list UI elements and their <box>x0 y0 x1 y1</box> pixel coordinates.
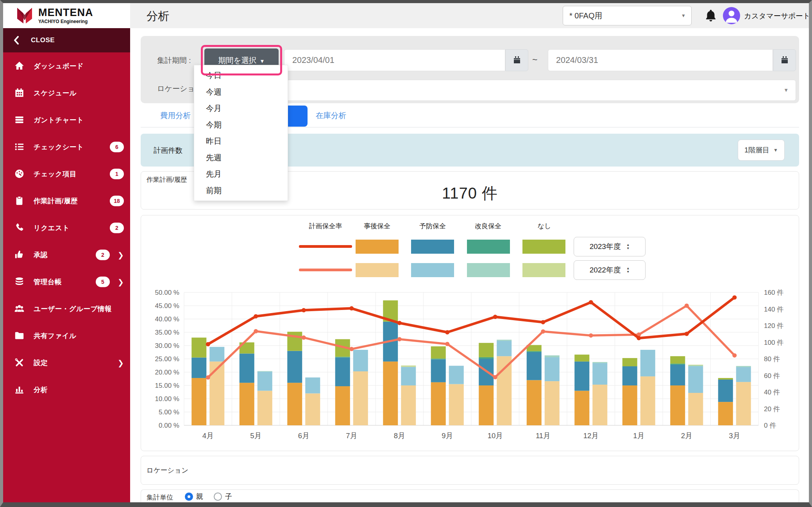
svg-text:0.00 %: 0.00 % <box>159 422 179 429</box>
sidebar-item-label: 管理台帳 <box>34 277 62 287</box>
sidebar-item-4[interactable]: チェック項目1 <box>3 160 130 187</box>
svg-text:4月: 4月 <box>202 432 214 440</box>
topbar: MENTENA YACHIYO Engineering 分析 * 0FAQ用 ▼… <box>3 3 809 28</box>
period-option-4[interactable]: 昨日 <box>194 133 288 149</box>
combo-chart: 0.00 %5.00 %10.00 %15.00 %20.00 %25.00 %… <box>141 282 799 453</box>
sidebar-item-label: ガントチャート <box>34 115 84 125</box>
sidebar-item-0[interactable]: ダッシュボード <box>3 52 130 79</box>
sidebar-item-3[interactable]: チェックシート6 <box>3 133 130 160</box>
period-option-2[interactable]: 今月 <box>194 100 288 116</box>
layer-select-button[interactable]: 1階層目▼ <box>738 140 785 161</box>
svg-text:3月: 3月 <box>729 432 740 440</box>
legend-box-swatch <box>411 240 454 254</box>
app-root: MENTENA YACHIYO Engineering 分析 * 0FAQ用 ▼… <box>3 3 809 502</box>
unit-section: 集計単位 親 子 <box>141 489 799 502</box>
sidebar-item-9[interactable]: ユーザー・グループ情報 <box>3 295 130 322</box>
legend-box-swatch <box>522 263 565 277</box>
svg-text:20.00 %: 20.00 % <box>155 369 179 376</box>
legend-header: 改良保全 <box>475 222 501 231</box>
svg-text:9月: 9月 <box>442 432 453 440</box>
sidebar-item-11[interactable]: 設定❯ <box>3 349 130 376</box>
legend-box-swatch <box>411 263 454 277</box>
period-option-0[interactable]: 今日 <box>194 67 288 84</box>
brand-subtitle: YACHIYO Engineering <box>38 19 93 24</box>
svg-text:7月: 7月 <box>346 432 357 440</box>
period-option-3[interactable]: 今期 <box>194 116 288 133</box>
location-select[interactable]: ▼ <box>204 80 796 101</box>
phone-icon <box>13 222 25 234</box>
period-option-1[interactable]: 今週 <box>194 84 288 100</box>
sidebar-item-7[interactable]: 承認2❯ <box>3 241 130 268</box>
period-option-6[interactable]: 先月 <box>194 166 288 182</box>
tab-stock-analysis[interactable]: 在庫分析 <box>316 110 346 121</box>
svg-text:12月: 12月 <box>583 432 599 440</box>
count-badge: 2 <box>110 222 124 233</box>
count-badge: 1 <box>110 168 124 179</box>
legend-line-swatch <box>299 269 352 271</box>
sidebar-item-label: チェックシート <box>34 142 84 152</box>
user-avatar[interactable] <box>723 7 740 24</box>
chevron-down-icon: ▼ <box>783 87 789 93</box>
sidebar-item-1[interactable]: スケジュール <box>3 79 130 106</box>
gauge-icon <box>13 168 25 180</box>
logo[interactable]: MENTENA YACHIYO Engineering <box>3 3 130 28</box>
svg-text:0 件: 0 件 <box>764 422 776 429</box>
sidebar-item-8[interactable]: 管理台帳5❯ <box>3 268 130 295</box>
sidebar-item-10[interactable]: 共有ファイル <box>3 322 130 349</box>
year-select-1[interactable]: 2022年度▲▼ <box>574 260 646 280</box>
svg-text:80 件: 80 件 <box>764 355 780 363</box>
brand-name: MENTENA <box>38 7 93 18</box>
legend-header: なし <box>538 222 551 231</box>
svg-text:10.00 %: 10.00 % <box>155 395 179 403</box>
sidebar-item-label: 共有ファイル <box>34 331 77 340</box>
period-option-7[interactable]: 前期 <box>194 182 288 199</box>
svg-text:1月: 1月 <box>633 432 644 440</box>
period-option-5[interactable]: 先週 <box>194 149 288 166</box>
clipboard-icon <box>13 195 25 207</box>
page-title: 分析 <box>147 9 169 24</box>
calendar-icon <box>13 87 25 99</box>
svg-text:40 件: 40 件 <box>764 389 780 396</box>
sidebar-item-2[interactable]: ガントチャート <box>3 106 130 133</box>
chart-icon <box>13 384 25 396</box>
year-select-value: 2023年度 <box>590 242 621 252</box>
radio-child[interactable]: 子 <box>214 492 232 501</box>
svg-text:6月: 6月 <box>298 432 309 440</box>
svg-text:50.00 %: 50.00 % <box>155 289 179 296</box>
date-to-input[interactable]: 2024/03/31 <box>548 49 773 71</box>
radio-parent[interactable]: 親 <box>185 492 203 501</box>
sidebar-item-label: 分析 <box>34 385 48 394</box>
legend-box-swatch <box>356 240 399 254</box>
date-from-input[interactable]: 2023/04/01 <box>284 49 505 71</box>
svg-text:20 件: 20 件 <box>764 405 780 413</box>
sidebar-item-label: ダッシュボード <box>34 61 84 71</box>
tools-icon <box>13 357 25 369</box>
legend-line-swatch <box>299 245 352 248</box>
notification-bell-icon[interactable] <box>703 8 718 23</box>
sidebar-nav: ダッシュボードスケジュールガントチャートチェックシート6チェック項目1作業計画/… <box>3 52 130 403</box>
users-icon <box>13 303 25 315</box>
workspace-select[interactable]: * 0FAQ用 ▼ <box>563 6 692 25</box>
sidebar-item-6[interactable]: リクエスト2 <box>3 214 130 241</box>
legend-box-swatch <box>356 263 399 277</box>
svg-text:5.00 %: 5.00 % <box>159 408 179 416</box>
close-label: CLOSE <box>31 36 55 44</box>
calendar-icon[interactable] <box>773 49 796 71</box>
chevron-left-icon <box>13 36 19 45</box>
tab-cost-analysis[interactable]: 費用分析 <box>160 110 191 121</box>
chevron-right-icon: ❯ <box>118 358 124 367</box>
year-select-0[interactable]: 2023年度▲▼ <box>574 237 646 256</box>
count-badge: 5 <box>96 276 110 287</box>
sidebar-item-5[interactable]: 作業計画/履歴18 <box>3 187 130 214</box>
user-menu[interactable]: カスタマーサポート▼ <box>744 11 809 21</box>
calendar-icon[interactable] <box>505 49 528 71</box>
updown-arrows-icon: ▲▼ <box>626 243 630 250</box>
unit-label: 集計単位 <box>147 493 173 502</box>
main-content: 集計期間 : 期間を選択▼ 2023/04/01 ~ 2024/03/31 ロケ… <box>130 28 809 502</box>
count-badge: 18 <box>110 195 124 206</box>
sidebar-item-12[interactable]: 分析 <box>3 376 130 403</box>
sidebar-close-button[interactable]: CLOSE <box>3 28 130 52</box>
svg-text:45.00 %: 45.00 % <box>155 302 179 310</box>
svg-text:5月: 5月 <box>250 432 261 440</box>
legend-header: 予防保全 <box>419 222 446 231</box>
